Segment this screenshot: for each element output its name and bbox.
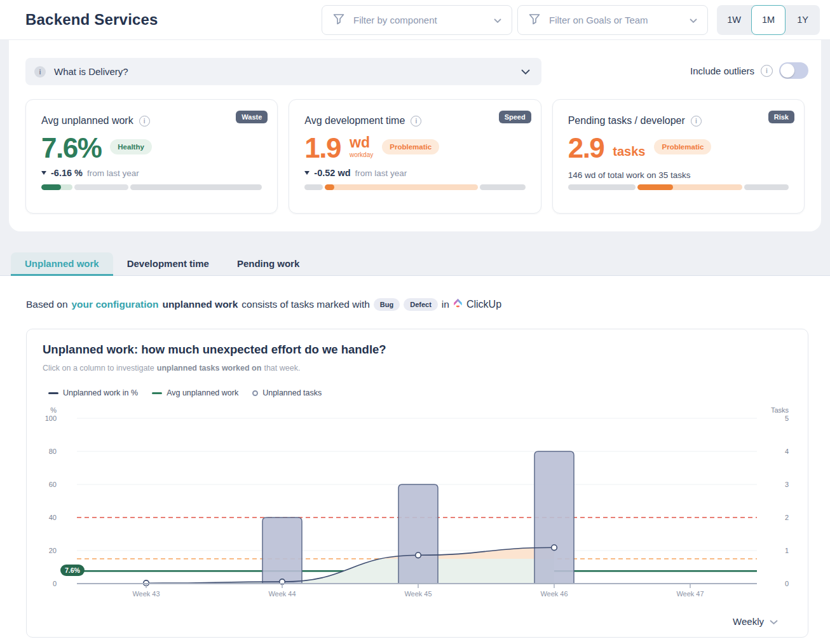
- progress-segment: [41, 184, 72, 190]
- toggle-knob: [780, 64, 794, 78]
- pending-tasks-card: Pending tasks / developer i Risk 2.9 tas…: [552, 99, 805, 214]
- trend-down-icon: [41, 171, 46, 175]
- delivery-dashboard: { "header": { "title": "Backend Services…: [0, 0, 830, 644]
- unplanned-work-chart[interactable]: [77, 418, 757, 589]
- metric-value: 7.6%: [41, 134, 101, 162]
- delta-value: -0.52 wd: [314, 168, 350, 178]
- speed-badge: Speed: [499, 111, 531, 123]
- info-icon[interactable]: i: [761, 65, 773, 77]
- left-axis-tick: 80: [27, 448, 57, 455]
- avg-development-time-card: Avg development time i Speed 1.9 wd work…: [289, 99, 541, 214]
- progress-fill: [325, 184, 334, 190]
- chart-title: Unplanned work: how much unexpected effo…: [43, 343, 386, 357]
- legend-unplanned-tasks[interactable]: Unplanned tasks: [252, 388, 322, 397]
- right-axis-tick: 4: [763, 448, 789, 455]
- status-badge: Healthy: [110, 139, 152, 154]
- metric-progress-bar: [304, 184, 525, 190]
- chart-legend: Unplanned work in % Avg unplanned work U…: [48, 388, 322, 397]
- metric-value: 1.9: [304, 134, 341, 162]
- info-icon[interactable]: i: [411, 116, 421, 127]
- bug-tag: Bug: [374, 298, 400, 311]
- include-outliers-control: Include outliers i: [690, 62, 808, 79]
- card-title: Avg unplanned work: [41, 115, 133, 127]
- card-title: Pending tasks / developer: [568, 115, 685, 127]
- funnel-icon: [332, 13, 345, 27]
- metric-note: 146 wd of total work on 35 tasks: [568, 170, 789, 180]
- progress-segment: [744, 184, 789, 190]
- info-icon[interactable]: i: [139, 116, 150, 127]
- legend-avg-unplanned-work[interactable]: Avg unplanned work: [152, 388, 238, 397]
- legend-unplanned-work-pct[interactable]: Unplanned work in %: [48, 388, 138, 397]
- x-axis-label: Week 43: [108, 590, 184, 598]
- configuration-sentence: Based on your configuration unplanned wo…: [26, 298, 808, 312]
- delta-suffix: from last year: [355, 168, 407, 178]
- circle-swatch: [252, 390, 258, 396]
- left-axis-tick: 20: [27, 547, 57, 554]
- x-axis-label: Week 47: [652, 590, 728, 598]
- info-icon: i: [34, 66, 46, 78]
- metric-unit: tasks: [613, 144, 645, 159]
- x-axis-label: Week 44: [244, 590, 320, 598]
- time-range-group: 1W 1M 1Y: [717, 5, 820, 35]
- granularity-select[interactable]: Weekly: [733, 616, 778, 627]
- delta-value: -6.16 %: [51, 168, 83, 178]
- chart-subtitle: Click on a column to investigateunplanne…: [43, 364, 300, 373]
- trend-down-icon: [304, 171, 310, 175]
- integration-name: ClickUp: [466, 299, 501, 310]
- line-swatch: [152, 392, 162, 394]
- risk-badge: Risk: [768, 111, 794, 123]
- avg-unplanned-work-card: Avg unplanned work i Waste 7.6% Healthy …: [25, 99, 278, 214]
- defect-tag: Defect: [404, 298, 438, 311]
- card-title: Avg development time: [304, 115, 405, 127]
- x-axis-label: Week 45: [380, 590, 456, 598]
- status-badge: Problematic: [654, 139, 711, 154]
- metric-progress-bar: [568, 184, 789, 190]
- line-point-marker[interactable]: [552, 545, 557, 551]
- left-axis-unit: %: [27, 406, 57, 414]
- filter-goals-team-select[interactable]: Filter on Goals or Team: [517, 5, 708, 35]
- delta-suffix: from last year: [87, 168, 139, 178]
- clickup-logo-icon: [453, 298, 463, 312]
- bar-week-45[interactable]: [398, 484, 438, 584]
- metric-progress-bar: [41, 184, 262, 190]
- bar-week-44[interactable]: [262, 517, 302, 584]
- right-axis-tick: 2: [763, 514, 789, 521]
- metric-value: 2.9: [568, 134, 604, 162]
- range-1m-button[interactable]: 1M: [751, 5, 786, 35]
- progress-fill: [41, 184, 61, 190]
- what-is-delivery-banner[interactable]: i What is Delivery?: [25, 58, 541, 85]
- chevron-down-icon: [494, 15, 501, 25]
- right-axis-tick: 1: [763, 547, 789, 554]
- filter-by-component-select[interactable]: Filter by component: [322, 5, 512, 35]
- tab-pending-work[interactable]: Pending work: [223, 252, 313, 276]
- top-bar-controls: Filter by component Filter on Goals or T…: [322, 5, 820, 35]
- progress-fill: [637, 184, 673, 190]
- range-1y-button[interactable]: 1Y: [786, 5, 820, 35]
- text-fragment: consists of tasks marked with: [242, 299, 370, 310]
- banner-label: What is Delivery?: [54, 66, 513, 77]
- right-axis-unit: Tasks: [763, 406, 789, 414]
- right-axis-tick: 3: [763, 481, 789, 488]
- your-configuration-link[interactable]: your configuration: [72, 299, 159, 310]
- progress-segment: [480, 184, 525, 190]
- bar-week-46[interactable]: [534, 451, 574, 584]
- include-outliers-toggle[interactable]: [779, 62, 808, 79]
- include-outliers-label: Include outliers: [690, 65, 754, 76]
- metric-cards-row: Avg unplanned work i Waste 7.6% Healthy …: [25, 99, 805, 214]
- top-bar: Backend Services Filter by component Fil…: [0, 0, 830, 40]
- info-icon[interactable]: i: [691, 116, 702, 127]
- tab-unplanned-work[interactable]: Unplanned work: [11, 252, 113, 276]
- progress-segment: [130, 184, 262, 190]
- progress-segment: [74, 184, 128, 190]
- page-title: Backend Services: [25, 11, 158, 29]
- left-axis-tick: 0: [27, 580, 57, 587]
- text-fragment: in: [442, 299, 449, 310]
- range-1w-button[interactable]: 1W: [717, 5, 751, 35]
- tab-development-time[interactable]: Development time: [113, 252, 223, 276]
- progress-segment: [304, 184, 323, 190]
- line-point-marker[interactable]: [416, 552, 421, 558]
- left-axis-tick: 40: [27, 514, 57, 521]
- metric-unit: wd workday: [350, 135, 373, 158]
- progress-segment: [568, 184, 636, 190]
- right-axis-tick: 0: [763, 580, 789, 587]
